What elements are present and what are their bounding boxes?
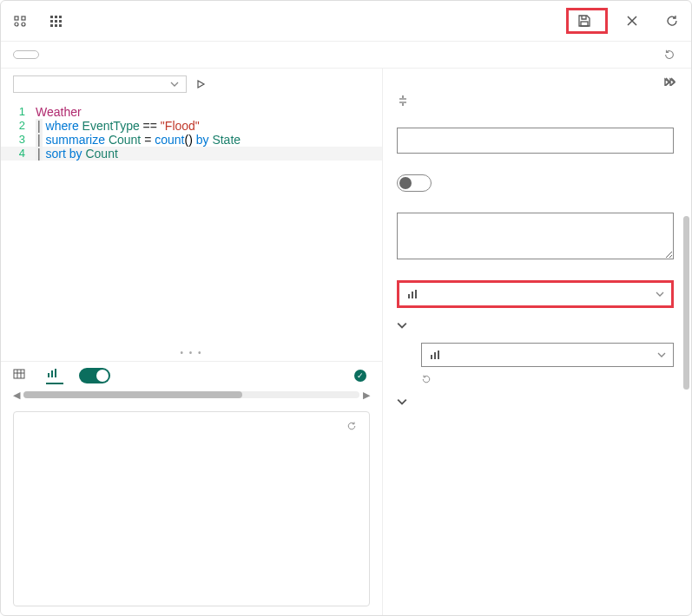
svg-rect-23 [438, 351, 439, 359]
svg-rect-8 [55, 20, 57, 23]
svg-rect-14 [14, 370, 24, 378]
collapse-icon [397, 95, 409, 107]
visual-type-select[interactable] [397, 280, 674, 308]
svg-rect-18 [408, 294, 410, 298]
discard-changes-button[interactable] [625, 14, 644, 28]
visual-format-select[interactable] [421, 343, 674, 367]
section-general[interactable] [397, 320, 674, 331]
tab-results[interactable] [13, 368, 30, 383]
refresh-button[interactable] [665, 14, 679, 28]
column-chart-icon [429, 349, 441, 361]
run-button[interactable] [195, 79, 211, 89]
filter-row [1, 42, 691, 68]
svg-rect-21 [431, 355, 432, 359]
parameters-button[interactable] [13, 14, 32, 28]
query-editor[interactable]: 1Weather 2| where EventType == "Flood" 3… [1, 100, 382, 166]
chart-legend [26, 575, 357, 617]
svg-rect-10 [50, 24, 53, 27]
chevron-down-icon [656, 290, 664, 298]
apply-changes-button[interactable] [566, 8, 608, 34]
drag-handle[interactable]: • • • [1, 344, 382, 361]
svg-rect-0 [15, 16, 18, 20]
datasource-dropdown[interactable] [13, 75, 187, 93]
tile-refresh-icon[interactable] [346, 421, 357, 431]
more-tabs-icon[interactable] [663, 77, 677, 86]
top-toolbar [1, 1, 691, 42]
svg-point-3 [22, 23, 25, 26]
undo-icon [663, 49, 676, 61]
chart-area [26, 436, 357, 617]
collapse-all-button[interactable] [397, 95, 674, 107]
svg-rect-11 [55, 24, 57, 27]
parameters-icon [13, 14, 27, 28]
scroll-left-icon[interactable]: ◀ [13, 390, 20, 401]
save-icon [577, 14, 591, 28]
svg-rect-2 [22, 16, 25, 20]
table-icon [13, 368, 25, 380]
chart-icon [46, 367, 58, 379]
svg-rect-5 [55, 16, 57, 18]
chevron-down-icon [397, 396, 407, 407]
tile-name-input[interactable] [397, 128, 674, 154]
chevron-down-icon [170, 80, 179, 88]
svg-rect-22 [434, 352, 436, 359]
hide-tile-name-toggle[interactable] [397, 174, 432, 192]
reset-button[interactable] [663, 49, 679, 61]
svg-point-1 [15, 23, 18, 26]
vertical-scrollbar[interactable] [683, 112, 689, 606]
chevron-down-icon [397, 320, 407, 331]
scroll-right-icon[interactable]: ▶ [363, 390, 370, 401]
svg-rect-7 [50, 20, 53, 23]
base-queries-button[interactable] [49, 14, 69, 28]
right-pane [383, 69, 691, 615]
svg-rect-13 [581, 22, 588, 26]
left-pane: 1Weather 2| where EventType == "Flood" 3… [1, 69, 383, 615]
close-icon [625, 14, 639, 28]
time-range-pill[interactable] [13, 50, 39, 59]
results-tabs: ✓ [1, 361, 382, 390]
chevron-down-icon [657, 351, 666, 359]
refresh-icon [665, 14, 679, 28]
section-data[interactable] [397, 396, 674, 407]
general-reset-button[interactable] [421, 374, 674, 384]
base-queries-icon [49, 14, 63, 28]
svg-rect-4 [50, 16, 53, 18]
horizontal-scrollbar[interactable]: ◀ ▶ [1, 390, 382, 406]
chart-tile [13, 411, 370, 607]
tile-desc-input[interactable] [397, 213, 674, 259]
svg-rect-17 [55, 369, 56, 377]
status-done: ✓ [354, 370, 370, 382]
check-icon: ✓ [354, 370, 366, 382]
expand-preview-toggle[interactable] [79, 368, 110, 383]
tab-visual[interactable] [46, 367, 63, 384]
svg-rect-6 [59, 16, 62, 18]
svg-rect-15 [48, 373, 49, 377]
undo-icon [421, 374, 432, 384]
play-icon [195, 79, 206, 89]
svg-rect-19 [412, 292, 413, 298]
svg-rect-12 [59, 24, 62, 27]
svg-rect-9 [59, 20, 62, 23]
svg-rect-16 [51, 370, 53, 377]
column-chart-icon [406, 288, 418, 300]
svg-rect-20 [415, 290, 417, 298]
